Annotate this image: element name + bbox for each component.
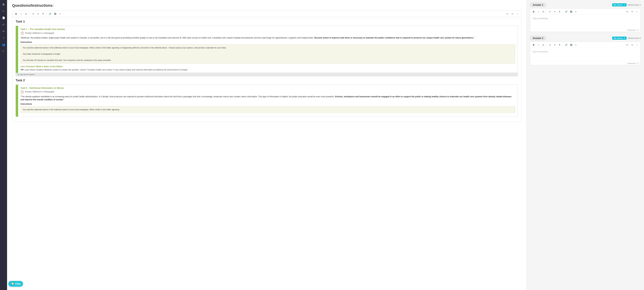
- task2-body-text: "The obesity epidemic worldwide is an in…: [20, 95, 515, 101]
- task1-card: Task 7 – The Canadian Health Care System…: [16, 26, 518, 76]
- task1-accent: [16, 26, 18, 73]
- image-btn[interactable]: 🖼: [53, 12, 57, 16]
- people-icon[interactable]: 👥: [1, 42, 6, 48]
- answer2-header: Answer 2 Max Marks: 6 Words Count: 0: [530, 36, 641, 40]
- answer1-footer: Characters : 0: [530, 28, 640, 32]
- answer1-title: Answer 1: [530, 3, 546, 7]
- task1-practice-title: Let's Practice! Write a letter to the Ed…: [20, 65, 515, 68]
- main-container: Questions/Instructions: B i A: ≡ ≡ ¶ 🔗 🖼…: [7, 0, 644, 290]
- separator-1: [30, 12, 30, 15]
- shield-icon[interactable]: 🛡: [1, 49, 6, 54]
- answer1-header: Answer 1 Max Marks: 6 Words Count: 0: [530, 3, 641, 7]
- questions-toolbar: B i A: ≡ ≡ ¶ 🔗 🖼 +: ↩ ↪ ⋮: [12, 10, 521, 17]
- a1-redo-btn[interactable]: ↪: [630, 10, 634, 14]
- a1-undo-btn[interactable]: ↩: [625, 10, 630, 14]
- a1-more-btn[interactable]: ⋮: [635, 10, 639, 14]
- answer2-title: Answer 2: [530, 36, 546, 40]
- pencil-icon[interactable]: ✏: [1, 8, 6, 14]
- a1-fontsize-btn[interactable]: A:: [541, 10, 546, 14]
- answer2-section: Answer 2 Max Marks: 6 Words Count: 0 B i: [530, 36, 641, 65]
- a2-align-left-btn[interactable]: ≡: [548, 43, 552, 47]
- align-center-btn[interactable]: ≡: [36, 12, 40, 16]
- a1-image-btn[interactable]: 🖼: [569, 10, 573, 14]
- a1-paragraph-btn[interactable]: ¶: [558, 10, 562, 14]
- prompt-text-1: Prompt: Editorial in a Newspaper: [25, 32, 54, 34]
- chat-icon-wrap: 💬: [11, 282, 14, 285]
- paragraph-btn[interactable]: ¶: [41, 12, 45, 16]
- task1-prompt: 📋 Prompt: Editorial in a Newspaper: [20, 32, 515, 34]
- a2-italic-btn[interactable]: i: [536, 43, 541, 47]
- separator-2: [46, 12, 47, 15]
- a1-align-center-btn[interactable]: ≡: [552, 10, 557, 14]
- question-icon[interactable]: ?: [1, 35, 6, 41]
- answer1-meta: Max Marks: 6 Words Count: 0: [612, 3, 641, 6]
- a2-link-btn[interactable]: 🔗: [564, 43, 568, 47]
- chat-button[interactable]: 💬 Chat: [8, 281, 23, 287]
- redo-btn[interactable]: ↪: [510, 12, 514, 16]
- undo-btn[interactable]: ↩: [505, 12, 510, 16]
- a2-redo-btn[interactable]: ↪: [630, 43, 634, 47]
- a1-link-btn[interactable]: 🔗: [564, 10, 568, 14]
- task2-instructions-box: You read the statement above in the edit…: [20, 106, 515, 113]
- task2-card-inner: Task 5 – Nutritional Information on Menu…: [16, 85, 518, 116]
- chat-label: Chat: [15, 282, 20, 285]
- fontsize-btn[interactable]: A:: [24, 12, 28, 16]
- task1-tip: TIP: Learn about Canada's Medicare syste…: [20, 69, 515, 71]
- grid-icon[interactable]: ⊞: [1, 2, 6, 7]
- task1-heading: Task 1: [16, 20, 518, 23]
- a2-undo-btn[interactable]: ↩: [625, 43, 630, 47]
- a1-align-left-btn[interactable]: ≡: [548, 10, 552, 14]
- more-btn[interactable]: ⋮: [515, 12, 520, 16]
- right-panel: Answer 1 Max Marks: 6 Words Count: 0 B i: [526, 0, 644, 290]
- answer2-footer: Characters : 0: [530, 62, 640, 65]
- task1-footer: 🔍 Type here to search: [16, 73, 518, 76]
- mail-icon[interactable]: ✉: [1, 28, 6, 34]
- bold-btn[interactable]: B: [14, 12, 18, 16]
- task1-instruction-2: Your letter should be 3 paragraphs in le…: [23, 52, 513, 56]
- answer1-placeholder: Type something: [532, 17, 548, 20]
- a1-italic-btn[interactable]: i: [536, 10, 541, 14]
- link-btn[interactable]: 🔗: [48, 12, 52, 16]
- prompt-text-2: Prompt: Editorial in a Newspaper: [25, 90, 54, 93]
- a2-image-btn[interactable]: 🖼: [569, 43, 573, 47]
- tag-icon[interactable]: 🏷: [1, 22, 6, 27]
- answer2-meta: Max Marks: 6 Words Count: 0: [612, 37, 641, 40]
- a2-align-center-btn[interactable]: ≡: [552, 43, 557, 47]
- task1-body: Task 7 – The Canadian Health Care System…: [18, 26, 518, 73]
- document-icon[interactable]: 📄: [1, 15, 6, 20]
- prompt-icon-2: 📋: [20, 90, 24, 94]
- a2-fontsize-btn[interactable]: A:: [541, 43, 546, 47]
- add-btn[interactable]: +:: [58, 12, 62, 16]
- answer1-content[interactable]: Type something: [530, 15, 640, 28]
- task2-prompt: 📋 Prompt: Editorial in a Newspaper: [20, 90, 515, 94]
- answer2-words-count: Words Count: 0: [628, 37, 641, 39]
- sidebar: ⊞ ✏ 📄 🏷 ✉ ? 👥 🛡: [0, 0, 7, 290]
- a2-add-btn[interactable]: +:: [574, 43, 578, 47]
- answer2-content[interactable]: Type something: [530, 48, 640, 62]
- a2-bold-btn[interactable]: B: [532, 43, 536, 47]
- task1-instructions-label: Instructions: [20, 41, 515, 43]
- task2-body: Task 5 – Nutritional Information on Menu…: [18, 85, 518, 116]
- answer2-editor: B i A: ≡ ≡ ¶ 🔗 🖼 +: ↩ ↪ ⋮ T: [530, 42, 641, 65]
- answer1-max-marks: Max Marks: 6: [612, 3, 626, 6]
- task2-accent: [16, 85, 18, 116]
- answer2-placeholder: Type something: [532, 50, 548, 53]
- task1-body-text: "Medicare, the publicly funded, single-p…: [20, 36, 515, 39]
- task2-title: Task 5 – Nutritional Information on Menu…: [20, 87, 515, 89]
- a1-add-btn[interactable]: +:: [574, 10, 578, 14]
- answer2-max-marks: Max Marks: 6: [612, 37, 626, 40]
- questions-title: Questions/Instructions:: [12, 3, 521, 8]
- questions-editor: B i A: ≡ ≡ ¶ 🔗 🖼 +: ↩ ↪ ⋮ Task 1: [12, 10, 521, 122]
- a2-more-btn[interactable]: ⋮: [635, 43, 639, 47]
- a2-paragraph-btn[interactable]: ¶: [558, 43, 562, 47]
- prompt-icon-1: 📋: [20, 32, 24, 34]
- task2-heading: Task 2: [16, 79, 518, 82]
- a1-bold-btn[interactable]: B: [532, 10, 536, 14]
- align-left-btn[interactable]: ≡: [31, 12, 35, 16]
- task2-instruction-1: You read the statement above in the edit…: [23, 108, 513, 111]
- answer1-words-count: Words Count: 0: [628, 4, 641, 6]
- questions-content[interactable]: Task 1 Task 7 – The Canadian Health Care…: [12, 17, 521, 122]
- answer1-section: Answer 1 Max Marks: 6 Words Count: 0 B i: [530, 3, 641, 32]
- task1-title: Task 7 – The Canadian Health Care System: [20, 28, 515, 30]
- italic-btn[interactable]: i: [19, 12, 23, 16]
